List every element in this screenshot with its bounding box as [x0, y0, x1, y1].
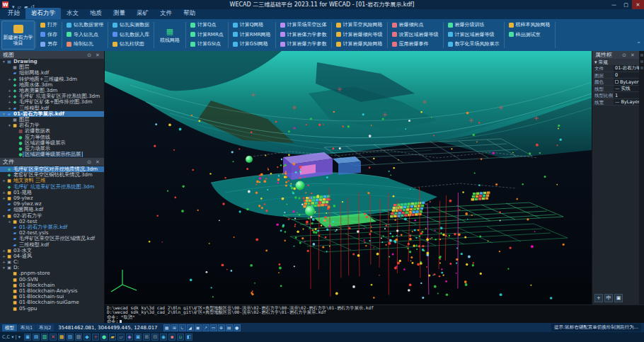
drawing-tree-item-2[interactable]: ▦图层	[0, 64, 104, 70]
panel-pin-close-icons[interactable]: ⊙ ✕	[87, 52, 101, 58]
panel-pin-close-icons[interactable]: ⊙ ✕	[622, 52, 636, 58]
file-tree-item-18[interactable]: ▾▣D:	[0, 265, 104, 270]
bottombar-icon-4[interactable]: ✕	[50, 334, 57, 341]
ribbon-large-button-3[interactable]: ▦核线网格	[155, 21, 185, 50]
file-tree-item-10[interactable]: +■02-test	[0, 219, 104, 224]
drawing-tree-item-16[interactable]: ●应力场展示	[0, 146, 104, 152]
file-tree-item-24[interactable]: ■01-Blockchain-suiGame	[0, 300, 104, 305]
file-tree-item-19[interactable]: ■.pnpm-store	[0, 270, 104, 276]
new-rock-mechanics-project-button[interactable]: 新建岩石力学项目	[1, 21, 35, 50]
file-tree-item-5[interactable]: +■01-规格	[0, 190, 104, 195]
bottombar-icon-3[interactable]: ▥	[41, 334, 48, 341]
status-toggle-1[interactable]: ▦	[163, 324, 171, 331]
ribbon-button-0-2[interactable]: 另存	[38, 40, 59, 49]
expand-toggle-icon[interactable]: +	[7, 99, 12, 105]
properties-section-general[interactable]: ▾ 常规	[592, 59, 639, 65]
ribbon-button-1-0[interactable]: 钻孔数据管理	[64, 21, 105, 30]
ribbon-tab-3[interactable]: 水文	[61, 8, 84, 19]
property-value[interactable]: —实线	[614, 86, 639, 92]
expand-toggle-icon[interactable]: ▾	[7, 122, 12, 128]
drawing-tree-item-13[interactable]: ▥岩爆数据表	[0, 128, 104, 134]
file-tree-item-20[interactable]: ■00-SVN	[0, 277, 104, 283]
drawing-tree-item-1[interactable]: ▾▤Drawing	[0, 59, 104, 64]
status-toggle-3[interactable]: ∟	[179, 324, 186, 331]
drawing-tree-item-15[interactable]: ●区域岩爆等级展示	[0, 140, 104, 146]
ribbon-button-0-0[interactable]: 打开	[38, 21, 59, 30]
drawing-tree-item-4[interactable]: +◆转炉地面+三维建模.3dm	[0, 76, 104, 82]
bottombar-icon-2[interactable]: ▤	[33, 334, 40, 341]
ribbon-button-0-1[interactable]: 保存	[38, 30, 59, 40]
bottombar-icon-10[interactable]: ●	[100, 334, 108, 341]
ribbon-button-8-2[interactable]: 应用岩爆事件	[390, 40, 441, 49]
file-tree-item-2[interactable]: ◆老窑矿区采空区铜钴机采情况.3dm	[0, 172, 104, 178]
file-tree-item-14[interactable]: ▰三维模型.kdf	[0, 241, 104, 247]
file-tree-item-21[interactable]: ■01-Blockchain	[0, 283, 104, 288]
file-tree-item-6[interactable]: +■09-ylwz	[0, 195, 104, 201]
expand-toggle-icon[interactable]: +	[7, 106, 12, 111]
ribbon-tab-4[interactable]: 地质	[84, 8, 108, 19]
bottombar-icon-20[interactable]: ◧	[185, 334, 192, 341]
ribbon-button-7-0[interactable]: 计算采空风险网格	[334, 21, 385, 30]
ribbon-button-6-0[interactable]: 计算采场采空区体	[278, 21, 329, 30]
file-tree-item-8[interactable]: ▰细菌网格.kdf	[0, 207, 104, 212]
ribbon-tab-7[interactable]: 文件	[154, 8, 178, 19]
expand-toggle-icon[interactable]: ▾	[1, 265, 6, 270]
status-toggle-10[interactable]: ●	[234, 324, 241, 331]
file-tree-item-22[interactable]: ■01-Blockchain-Analysis	[0, 288, 104, 294]
expand-toggle-icon[interactable]: +	[7, 93, 12, 99]
layout-tab-3[interactable]: 布局2	[36, 324, 54, 331]
drawing-tree-item-12[interactable]: ▾■岩石力学	[0, 122, 104, 128]
bottombar-icon-9[interactable]: +	[92, 334, 99, 341]
drawing-tree-item-9[interactable]: +▰三维模型.kdf	[0, 106, 104, 111]
expand-toggle-icon[interactable]: ▾	[1, 59, 6, 64]
ribbon-button-4-2[interactable]: 计算GSI点	[188, 40, 226, 49]
bottombar-icon-12[interactable]: ▱	[117, 334, 125, 341]
drawing-tree-item-8[interactable]: +◆毛坪矿区矿体+图件排挖图.3dm	[0, 99, 104, 105]
status-toggle-4[interactable]: ◢	[187, 324, 194, 331]
ribbon-button-9-0[interactable]: 岩爆分级训练	[446, 21, 502, 30]
file-tree-item-12[interactable]: ▰02-test.ysls	[0, 230, 104, 236]
file-tree-item-16[interactable]: +■04-通风	[0, 253, 104, 259]
command-window[interactable]: D:\wecad_sdk_ky\3d_cad_2\0ln_git\矿区+典型地貌…	[105, 304, 644, 323]
ribbon-tab-2[interactable]: 岩石力学	[25, 8, 61, 19]
expand-toggle-icon[interactable]: +	[1, 178, 6, 183]
drawing-tree-item-6[interactable]: +◆地表测量图.3dm	[0, 88, 104, 93]
ribbon-button-9-2[interactable]: 数字化采场风险展示	[446, 40, 502, 49]
ribbon-button-8-1[interactable]: 设置区域岩爆等级	[390, 30, 441, 40]
ribbon-button-2-0[interactable]: 钻孔实测数据	[110, 21, 151, 30]
bottombar-icon-17[interactable]: ◉	[160, 334, 167, 341]
property-value[interactable]: ByLayer	[614, 79, 639, 85]
status-toggle-7[interactable]: ▭	[210, 324, 217, 331]
viewport-nav-icon-3[interactable]: ▣	[614, 294, 623, 302]
file-tree-item-17[interactable]: +▣C:	[0, 259, 104, 265]
ribbon-button-9-1[interactable]: 计算区域岩爆等级	[446, 30, 502, 40]
bottombar-icon-7[interactable]: ▨	[75, 334, 82, 341]
bottombar-icon-5[interactable]: ▦	[58, 334, 65, 341]
status-toggle-5[interactable]: ▣	[195, 324, 202, 331]
ribbon-button-1-2[interactable]: 绘制钻孔	[64, 40, 105, 49]
bottombar-icon-19[interactable]: ▫	[177, 334, 184, 341]
side-strip-icon-1[interactable]	[640, 54, 643, 57]
maximize-button[interactable]: ▢	[620, 0, 632, 9]
file-tree-item-3[interactable]: +■地文资料 三维	[0, 178, 104, 183]
drawing-tree-item-17[interactable]: ●区域岩爆等级展示作品展	[0, 152, 104, 157]
ribbon-collapse-icon[interactable]: ⌃	[636, 41, 641, 47]
bottombar-icon-16[interactable]: ⊟	[151, 334, 159, 341]
status-toggle-8[interactable]: ⊕	[218, 324, 225, 331]
expand-toggle-icon[interactable]: ▾	[1, 213, 6, 219]
ribbon-button-1-1[interactable]: 导入钻孔点	[64, 30, 105, 40]
property-value[interactable]: 0	[614, 72, 639, 79]
ribbon-button-6-2[interactable]: 计算岩爆力学参数	[278, 40, 329, 49]
drawing-tree-item-7[interactable]: +◆毛坪矿 坑道采矿区开挖系统图.3dm	[0, 93, 104, 99]
drawing-tree-item-3[interactable]: ▰细部网格.kdf	[0, 70, 104, 76]
expand-toggle-icon[interactable]: +	[1, 248, 6, 253]
bottombar-icon-11[interactable]: ▰	[109, 334, 116, 341]
drawing-tree-item-10[interactable]: ▾▰01-岩石力学展示.kdf	[0, 111, 104, 117]
ribbon-button-4-0[interactable]: 计算Q点	[188, 21, 226, 30]
ribbon-tab-6[interactable]: 采矿	[131, 8, 154, 19]
panel-pin-close-icons[interactable]: ⊙ ✕	[87, 159, 101, 165]
expand-toggle-icon[interactable]: +	[7, 88, 12, 93]
expand-toggle-icon[interactable]: +	[1, 259, 6, 265]
bottombar-icon-13[interactable]: ◈	[126, 334, 133, 341]
bottombar-icon-18[interactable]: ▪	[168, 334, 176, 341]
